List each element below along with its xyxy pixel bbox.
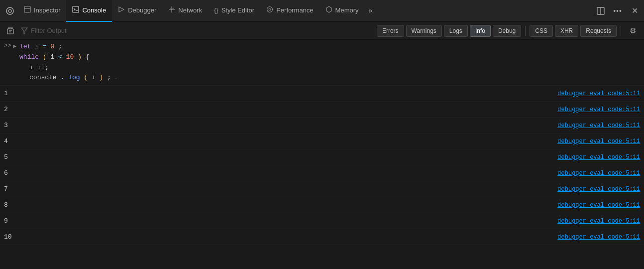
svg-point-0 [6,7,13,14]
warnings-filter-button[interactable]: Warnings [406,25,442,37]
code-line-2: while ( i < 10 ) { [19,52,119,63]
console-settings-button[interactable]: ⚙ [625,23,640,38]
output-number: 7 [4,185,19,193]
output-row: 5debugger eval code:5:11 [0,149,644,165]
logs-filter-button[interactable]: Logs [444,25,468,37]
output-source-link[interactable]: debugger eval code:5:11 [557,138,640,145]
svg-rect-13 [7,29,13,34]
output-number: 3 [4,122,19,129]
output-number: 1 [4,90,19,97]
filter-separator [525,26,526,36]
output-number: 8 [4,201,19,209]
console-input-code: let i = 0 ; while ( i < 10 ) { i + [19,42,119,83]
output-rows-container: 1debugger eval code:5:112debugger eval c… [0,86,644,245]
style-editor-icon: {} [214,6,218,14]
output-row: 9debugger eval code:5:11 [0,213,644,229]
output-row: 3debugger eval code:5:11 [0,118,644,134]
svg-rect-1 [24,6,30,12]
output-number: 2 [4,106,19,113]
filter-icon [21,27,28,34]
tab-debugger[interactable]: Debugger [112,0,162,22]
xhr-filter-button[interactable]: XHR [555,25,578,37]
output-source-link[interactable]: debugger eval code:5:11 [557,106,640,113]
tab-inspector[interactable]: Inspector [18,0,66,22]
output-number: 5 [4,153,19,161]
svg-point-9 [269,8,271,10]
code-line-1: let i = 0 ; [19,42,119,52]
output-source-link[interactable]: debugger eval code:5:11 [557,122,640,129]
tab-inspector-label: Inspector [34,6,60,14]
info-filter-button[interactable]: Info [470,25,491,37]
debug-filter-button[interactable]: Debug [493,25,521,37]
console-prompt: >> ▶ [4,42,16,49]
network-icon [168,6,175,14]
output-row: 6debugger eval code:5:11 [0,165,644,181]
output-row: 4debugger eval code:5:11 [0,134,644,149]
filter-bar: Filter Output Errors Warnings Logs Info … [0,22,644,40]
console-output[interactable]: >> ▶ let i = 0 ; while ( i < 10 ) [0,40,644,269]
double-arrow-icon: >> [4,42,11,49]
output-number: 4 [4,137,19,145]
performance-icon [266,6,273,14]
output-number: 10 [4,233,19,241]
output-row: 1debugger eval code:5:11 [0,86,644,102]
panel-toggle-button[interactable] [593,3,608,18]
filter-input-area: Filter Output [21,27,373,34]
output-source-link[interactable]: debugger eval code:5:11 [557,202,640,209]
main-toolbar: Inspector Console Debugger Network {} St… [0,0,644,22]
close-button[interactable]: ✕ [627,3,642,18]
tab-overflow[interactable]: » [365,0,377,22]
svg-point-8 [267,7,273,12]
output-source-link[interactable]: debugger eval code:5:11 [557,170,640,177]
css-filter-button[interactable]: CSS [530,25,553,37]
more-button[interactable]: ••• [610,3,625,18]
console-icon [72,6,79,14]
devtools-icon [2,0,18,22]
tab-style-editor[interactable]: {} Style Editor [208,0,260,22]
svg-marker-5 [119,7,124,12]
close-icon: ✕ [632,6,638,15]
tab-performance-label: Performance [276,6,313,14]
code-line-3: i ++; [19,63,119,73]
console-input-line: >> ▶ let i = 0 ; while ( i < 10 ) [0,40,644,86]
tab-network-label: Network [178,6,202,14]
settings-icon: ⚙ [630,26,636,35]
output-row: 8debugger eval code:5:11 [0,197,644,213]
output-source-link[interactable]: debugger eval code:5:11 [557,186,640,193]
tab-console-label: Console [82,6,106,14]
tab-memory-label: Memory [335,6,359,14]
tab-network[interactable]: Network [162,0,208,22]
output-row: 10debugger eval code:5:11 [0,229,644,245]
memory-icon [325,6,332,14]
tab-memory[interactable]: Memory [320,0,365,22]
requests-filter-button[interactable]: Requests [580,25,617,37]
tab-debugger-label: Debugger [128,6,156,14]
output-number: 6 [4,169,19,177]
filter-separator-2 [621,26,621,36]
tab-performance[interactable]: Performance [260,0,319,22]
inspector-icon [24,6,31,14]
filter-buttons: Errors Warnings Logs Info Debug CSS XHR … [377,23,640,38]
more-icon: ••• [613,7,622,15]
output-source-link[interactable]: debugger eval code:5:11 [557,234,640,241]
output-row: 7debugger eval code:5:11 [0,181,644,197]
clear-output-button[interactable] [4,24,17,37]
filter-placeholder: Filter Output [31,27,67,34]
errors-filter-button[interactable]: Errors [377,25,404,37]
output-row: 2debugger eval code:5:11 [0,102,644,118]
overflow-icon: » [369,6,373,14]
output-source-link[interactable]: debugger eval code:5:11 [557,218,640,225]
toolbar-right-actions: ••• ✕ [593,3,642,18]
svg-marker-19 [21,28,27,34]
debugger-icon [118,6,125,14]
svg-marker-10 [326,6,331,12]
output-source-link[interactable]: debugger eval code:5:11 [557,154,640,161]
tab-console[interactable]: Console [66,0,112,22]
code-line-4: console . log ( i ) ; … [19,73,119,83]
tab-style-editor-label: Style Editor [221,6,254,14]
expand-icon[interactable]: ▶ [13,43,16,49]
output-number: 9 [4,217,19,225]
output-source-link[interactable]: debugger eval code:5:11 [557,90,640,97]
